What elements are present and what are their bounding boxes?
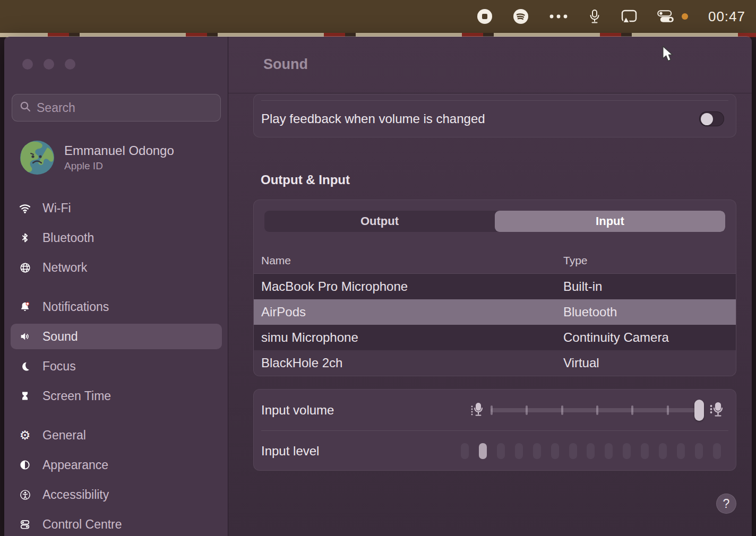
screen-mirroring-icon[interactable]: [621, 10, 637, 23]
slider-track[interactable]: [491, 408, 704, 412]
feedback-card: Play feedback when volume is changed: [253, 94, 736, 137]
microphone-menu-icon[interactable]: [588, 9, 601, 24]
input-volume-knob[interactable]: [694, 400, 704, 421]
menu-bar: 00:47: [0, 0, 756, 33]
recording-indicator-dot: [682, 13, 688, 20]
play-feedback-row: Play feedback when volume is changed: [254, 101, 736, 137]
spotify-icon[interactable]: [513, 8, 529, 24]
level-segment: [587, 443, 595, 459]
input-settings-card: Input volume: [253, 389, 736, 471]
screen: 00:47 Emmanuel Odongo: [0, 0, 756, 536]
sidebar: Emmanuel Odongo Apple ID Wi-Fi Bluetooth: [4, 37, 228, 536]
level-segment: [695, 443, 703, 459]
sidebar-item-label: Focus: [42, 359, 76, 374]
control-centre-icon: [16, 515, 34, 533]
apple-id-label: Apple ID: [64, 160, 174, 172]
input-level-row: Input level: [254, 430, 736, 471]
device-name: BlackHole 2ch: [254, 356, 563, 370]
stop-recording-icon[interactable]: [477, 8, 493, 24]
search-input[interactable]: [37, 101, 213, 115]
table-row-macbook-pro-microphone[interactable]: MacBook Pro Microphone Built-in: [254, 274, 736, 299]
level-segment: [479, 443, 487, 459]
device-type: Continuity Camera: [563, 330, 736, 345]
device-name: simu Microphone: [254, 330, 563, 345]
speaker-icon: [16, 327, 34, 345]
level-segment: [497, 443, 505, 459]
column-header-type[interactable]: Type: [563, 254, 736, 267]
input-volume-ticks: [491, 405, 704, 415]
table-row-airpods[interactable]: AirPods Bluetooth: [254, 299, 736, 325]
mic-low-icon: [470, 401, 485, 419]
device-type: Virtual: [563, 356, 736, 370]
search-field[interactable]: [12, 94, 221, 122]
play-feedback-toggle[interactable]: [699, 111, 724, 126]
device-table-header: Name Type: [254, 247, 736, 274]
level-segment: [551, 443, 559, 459]
input-volume-slider[interactable]: [470, 390, 725, 430]
control-center-icon[interactable]: [657, 10, 674, 23]
menu-clock[interactable]: 00:47: [708, 8, 745, 25]
level-segment: [623, 443, 631, 459]
sidebar-item-focus[interactable]: Focus: [11, 353, 222, 379]
level-segment: [515, 443, 523, 459]
tab-input[interactable]: Input: [495, 211, 725, 232]
sidebar-item-general[interactable]: ⚙ General: [11, 422, 222, 448]
level-segment: [569, 443, 577, 459]
column-header-name[interactable]: Name: [254, 254, 563, 267]
input-volume-label: Input volume: [254, 403, 334, 418]
table-row-blackhole-2ch[interactable]: BlackHole 2ch Virtual: [254, 350, 736, 376]
sidebar-item-wifi[interactable]: Wi-Fi: [11, 195, 222, 221]
sidebar-item-label: Accessibility: [42, 488, 109, 502]
devices-card: Output Input Name Type MacBook Pro Micro…: [253, 200, 736, 376]
play-feedback-label: Play feedback when volume is changed: [261, 111, 485, 126]
traffic-lights: [22, 59, 75, 70]
sidebar-item-label: Screen Time: [42, 389, 111, 403]
help-button[interactable]: ?: [716, 494, 736, 514]
minimize-button[interactable]: [44, 59, 54, 70]
window-titlebar: Sound: [228, 37, 752, 93]
output-input-heading: Output & Input: [261, 172, 350, 187]
page-title: Sound: [263, 56, 308, 73]
globe-icon: [16, 258, 34, 276]
appearance-icon: [16, 456, 34, 474]
device-type: Bluetooth: [563, 305, 736, 319]
sidebar-item-label: Notifications: [42, 300, 109, 314]
level-segment: [641, 443, 649, 459]
main-panel: Sound Play feedback when volume is chang…: [228, 37, 752, 536]
system-settings-window: Emmanuel Odongo Apple ID Wi-Fi Bluetooth: [4, 36, 752, 536]
sidebar-item-screen-time[interactable]: Screen Time: [11, 383, 222, 409]
input-level-label: Input level: [254, 444, 319, 459]
apple-id-row[interactable]: Emmanuel Odongo Apple ID: [20, 140, 174, 175]
toggle-knob: [701, 113, 713, 125]
close-button[interactable]: [22, 59, 33, 70]
accessibility-icon: [16, 486, 34, 504]
sidebar-item-control-centre[interactable]: Control Centre: [11, 512, 222, 536]
tab-output[interactable]: Output: [264, 211, 495, 232]
sidebar-item-label: Sound: [42, 330, 78, 344]
table-row-simu-microphone[interactable]: simu Microphone Continuity Camera: [254, 325, 736, 350]
zoom-button[interactable]: [65, 59, 75, 70]
device-name: AirPods: [254, 305, 563, 319]
sidebar-item-sound[interactable]: Sound: [11, 324, 222, 349]
sidebar-item-notifications[interactable]: Notifications: [11, 294, 222, 319]
sidebar-item-network[interactable]: Network: [11, 255, 222, 280]
overflow-ellipsis-icon[interactable]: [549, 14, 568, 19]
input-level-meter: [461, 430, 721, 471]
sidebar-item-bluetooth[interactable]: Bluetooth: [11, 225, 222, 250]
sidebar-item-label: Network: [42, 261, 87, 275]
sidebar-item-accessibility[interactable]: Accessibility: [11, 482, 222, 507]
bell-icon: [16, 298, 34, 316]
sidebar-item-label: Control Centre: [42, 517, 122, 532]
device-type: Built-in: [563, 279, 736, 294]
avatar: [20, 140, 55, 175]
user-name: Emmanuel Odongo: [64, 143, 174, 158]
moon-icon: [16, 357, 34, 375]
output-input-segmented-control: Output Input: [264, 211, 725, 232]
sidebar-item-label: General: [42, 428, 86, 443]
wifi-icon: [16, 199, 34, 217]
sidebar-item-appearance[interactable]: Appearance: [11, 452, 222, 478]
sidebar-item-label: Bluetooth: [42, 231, 94, 245]
mic-high-icon: [709, 401, 725, 420]
search-icon: [20, 101, 31, 115]
sidebar-item-label: Appearance: [42, 458, 108, 472]
